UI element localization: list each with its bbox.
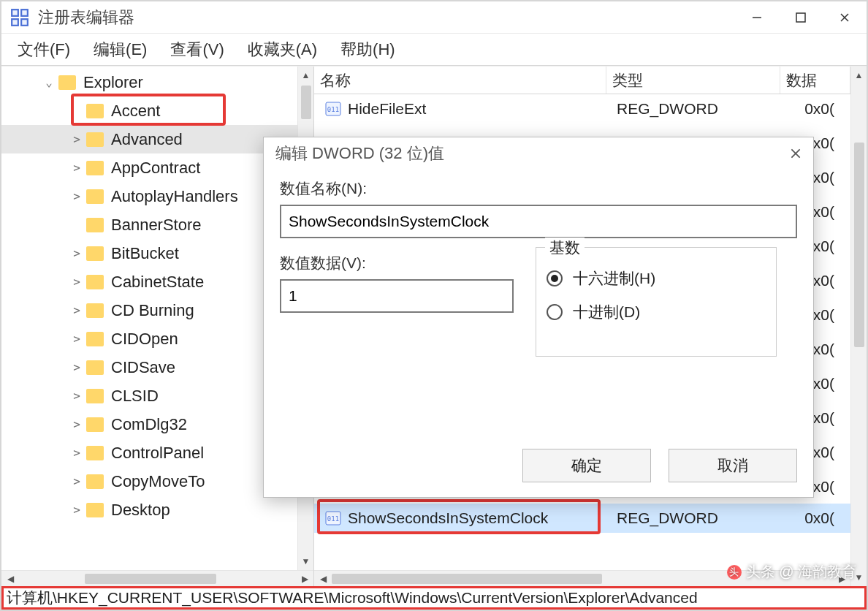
menu-view[interactable]: 查看(V): [169, 37, 225, 62]
tree-node[interactable]: >BitBucket: [1, 239, 297, 267]
chevron-right-icon[interactable]: >: [72, 191, 82, 202]
tree-node[interactable]: >AppContract: [1, 153, 297, 182]
tree-node[interactable]: >Advanced: [1, 125, 297, 153]
folder-icon: [86, 275, 104, 289]
value-data-field[interactable]: [280, 279, 514, 313]
chevron-right-icon[interactable]: >: [72, 163, 82, 173]
chevron-right-icon[interactable]: >: [72, 134, 82, 145]
chevron-right-icon[interactable]: >: [72, 306, 82, 316]
value-row[interactable]: 011 HideFileExt REG_DWORD 0x0(: [314, 94, 850, 124]
folder-open-icon: [58, 75, 76, 90]
tree-node[interactable]: >CabinetState: [1, 267, 297, 296]
folder-icon: [86, 332, 104, 346]
tree-node[interactable]: >Desktop: [1, 496, 297, 524]
registry-tree[interactable]: ⌄ Explorer Accent>Advanced>AppContract>A…: [1, 67, 297, 570]
menu-help[interactable]: 帮助(H): [339, 37, 397, 62]
scroll-thumb[interactable]: [301, 86, 311, 119]
tree-label: CIDSave: [111, 358, 175, 377]
dword-icon: 011: [324, 510, 342, 526]
dialog-close-button[interactable]: [778, 137, 813, 170]
tree-label: Desktop: [111, 501, 170, 520]
scroll-thumb[interactable]: [854, 143, 864, 347]
tree-label: CabinetState: [111, 273, 204, 292]
scroll-up-icon[interactable]: ▲: [855, 67, 864, 84]
svg-text:011: 011: [327, 515, 339, 523]
tree-node[interactable]: >CopyMoveTo: [1, 467, 297, 496]
app-icon: [10, 8, 29, 27]
maximize-button[interactable]: [779, 1, 823, 34]
svg-rect-2: [12, 19, 18, 26]
folder-icon: [86, 360, 104, 375]
tree-node[interactable]: >AutoplayHandlers: [1, 182, 297, 210]
svg-rect-3: [21, 19, 28, 26]
tree-node[interactable]: Accent: [1, 96, 297, 125]
tree-horizontal-scrollbar[interactable]: ◀ ▶: [1, 570, 313, 586]
scroll-down-icon[interactable]: ▼: [302, 553, 311, 570]
value-data-label: 数值数据(V):: [280, 253, 514, 273]
chevron-right-icon[interactable]: >: [72, 448, 82, 458]
dialog-title-bar[interactable]: 编辑 DWORD (32 位)值: [264, 137, 813, 170]
tree-node[interactable]: BannerStore: [1, 210, 297, 239]
chevron-right-icon[interactable]: >: [72, 363, 82, 373]
column-headers: 名称 类型 数据: [314, 67, 850, 94]
folder-icon: [86, 417, 104, 432]
hscroll-thumb[interactable]: [332, 574, 602, 584]
value-name-field[interactable]: [280, 205, 797, 238]
menu-favorites[interactable]: 收藏夹(A): [246, 37, 319, 62]
chevron-down-icon[interactable]: ⌄: [44, 77, 54, 88]
scroll-right-icon[interactable]: ▶: [296, 574, 313, 584]
menu-bar: 文件(F) 编辑(E) 查看(V) 收藏夹(A) 帮助(H): [1, 34, 867, 66]
tree-node[interactable]: >CLSID: [1, 382, 297, 410]
folder-icon: [86, 446, 104, 460]
chevron-right-icon[interactable]: >: [72, 277, 82, 287]
tree-label: ComDlg32: [111, 415, 187, 434]
scroll-left-icon[interactable]: ◀: [1, 574, 19, 584]
ok-button[interactable]: 确定: [522, 449, 651, 482]
cancel-button[interactable]: 取消: [669, 449, 797, 482]
values-vertical-scrollbar[interactable]: ▲ ▼: [850, 67, 867, 586]
title-bar[interactable]: 注册表编辑器: [1, 1, 867, 34]
chevron-right-icon[interactable]: [72, 220, 82, 230]
tree-node[interactable]: >CD Burning: [1, 296, 297, 325]
chevron-right-icon[interactable]: >: [72, 420, 82, 430]
col-data[interactable]: 数据: [780, 67, 850, 94]
value-data: 0x0(: [804, 509, 834, 527]
watermark-text: 头条 @ 海韵教育: [746, 562, 856, 582]
chevron-right-icon[interactable]: >: [72, 334, 82, 344]
svg-rect-1: [21, 10, 28, 16]
tree-label: Accent: [111, 102, 160, 121]
tree-node[interactable]: >ComDlg32: [1, 410, 297, 439]
scroll-up-icon[interactable]: ▲: [302, 67, 311, 84]
radio-icon: [547, 304, 563, 320]
tree-node-explorer[interactable]: ⌄ Explorer: [1, 68, 297, 96]
watermark: 头 头条 @ 海韵教育: [727, 562, 856, 582]
col-name[interactable]: 名称: [314, 67, 606, 94]
chevron-right-icon[interactable]: >: [72, 477, 82, 487]
chevron-right-icon[interactable]: >: [72, 248, 82, 259]
chevron-right-icon[interactable]: >: [72, 391, 82, 401]
radio-hex[interactable]: 十六进制(H): [547, 268, 766, 289]
chevron-right-icon[interactable]: >: [72, 505, 82, 515]
folder-icon: [86, 189, 104, 204]
minimize-button[interactable]: [735, 1, 779, 34]
chevron-right-icon[interactable]: [72, 106, 82, 116]
edit-dword-dialog: 编辑 DWORD (32 位)值 数值名称(N): 数值数据(V): 基数 十六…: [263, 137, 814, 498]
radio-dec[interactable]: 十进制(D): [547, 302, 766, 322]
value-row-selected[interactable]: 011 ShowSecondsInSystemClock REG_DWORD 0…: [314, 504, 850, 533]
menu-file[interactable]: 文件(F): [16, 37, 72, 62]
tree-node[interactable]: >CIDSave: [1, 353, 297, 382]
tree-label: ControlPanel: [111, 444, 204, 463]
hscroll-thumb[interactable]: [85, 574, 216, 584]
value-data: 0x0(: [804, 100, 834, 118]
col-type[interactable]: 类型: [606, 67, 780, 94]
svg-rect-0: [12, 10, 18, 16]
scroll-left-icon[interactable]: ◀: [314, 574, 332, 584]
tree-node[interactable]: >ControlPanel: [1, 439, 297, 467]
base-fieldset: 基数 十六进制(H) 十进制(D): [536, 247, 777, 357]
base-legend: 基数: [545, 238, 585, 258]
tree-label: CopyMoveTo: [111, 472, 205, 491]
close-button[interactable]: [823, 1, 867, 34]
tree-node[interactable]: >CIDOpen: [1, 325, 297, 353]
svg-text:011: 011: [327, 106, 339, 113]
menu-edit[interactable]: 编辑(E): [92, 37, 148, 62]
